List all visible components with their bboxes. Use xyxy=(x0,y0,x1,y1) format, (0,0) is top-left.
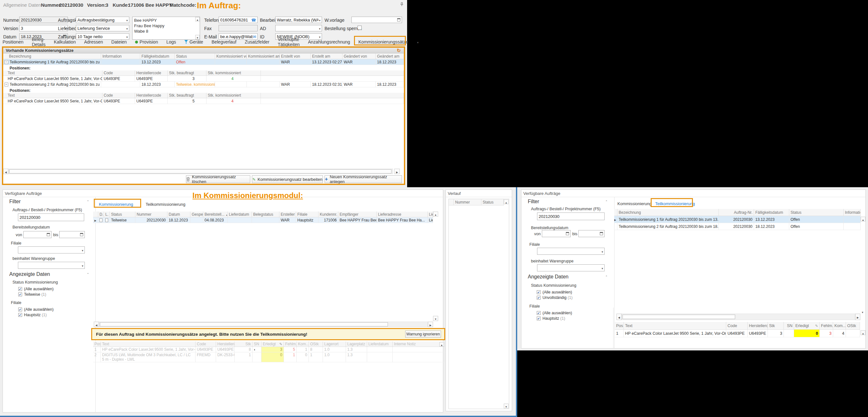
tab-adressen[interactable]: Adressen xyxy=(84,39,103,44)
col-stk[interactable]: Stk xyxy=(768,322,784,330)
l-checkbox[interactable] xyxy=(105,218,108,222)
edit-kommissionierungssatz-button[interactable]: Kommissionierungssatz bearbeiten xyxy=(252,175,323,183)
table-row-teilkommissionierung-2[interactable]: Teilkommissionierung 2 für Auftrag 20212… xyxy=(614,223,861,230)
col-herstellercode[interactable]: Herstellercode xyxy=(135,70,168,76)
col-status[interactable]: Status xyxy=(110,212,135,217)
hscroll-right[interactable] xyxy=(394,169,400,174)
bestellung-sperren-checkbox[interactable] xyxy=(358,26,362,30)
col-information[interactable]: Information xyxy=(101,54,140,59)
col-sn[interactable]: SN xyxy=(784,322,794,330)
col-ostk[interactable]: OStk xyxy=(846,322,860,330)
d-checkbox[interactable] xyxy=(99,218,102,222)
col-fehlmenge[interactable]: Fehlm... xyxy=(284,342,297,347)
refresh-icon[interactable] xyxy=(397,48,401,54)
col-empfaenger[interactable]: Empfänger xyxy=(338,212,377,217)
tab-kalkulation[interactable]: Kalkulation xyxy=(54,39,76,44)
col-datum[interactable]: Datum xyxy=(167,212,190,217)
col-erledigt[interactable]: Erledigt xyxy=(794,322,820,330)
col-kommissioniert-am[interactable]: Kommissioniert am xyxy=(247,54,280,59)
positions-scroll-up[interactable] xyxy=(861,330,865,335)
ordernumber-filter-input[interactable] xyxy=(537,213,604,220)
tab-teilkommissionierung[interactable]: Teilkommissionierung xyxy=(146,202,185,207)
col-interne-notiz[interactable]: Interne Notiz xyxy=(393,342,444,347)
verlauf-scroll-down[interactable] xyxy=(504,404,508,408)
col-lieferdatum[interactable]: Lieferdatum xyxy=(227,212,252,217)
filiale-alle-checkbox[interactable] xyxy=(18,308,22,311)
positions-scroll-up[interactable] xyxy=(439,342,444,347)
ordernumber-filter-input[interactable] xyxy=(18,214,84,221)
col-fehlmenge[interactable]: Fehlm... xyxy=(820,322,833,330)
tab-logs[interactable]: Logs xyxy=(166,39,176,44)
ad-select[interactable] xyxy=(275,25,322,31)
status-alle-checkbox[interactable] xyxy=(18,287,22,291)
vscroll-up[interactable] xyxy=(861,217,865,221)
col-status[interactable]: Status xyxy=(789,209,844,216)
telefon-input[interactable] xyxy=(219,17,258,23)
col-ersteller[interactable]: Ersteller xyxy=(279,212,296,217)
col-geaendert-am[interactable]: Geändert am xyxy=(376,54,404,59)
wvorlage-input[interactable] xyxy=(351,17,402,23)
hscroll-right[interactable] xyxy=(428,322,433,327)
col-status[interactable]: Status xyxy=(482,199,504,205)
delete-kommissionierungssatz-button[interactable]: Kommissionierungssatz löschen xyxy=(186,175,250,183)
col-stk[interactable]: Stk xyxy=(235,342,252,347)
table-row-teilkommissionierung-1[interactable]: Teilkommissionierung 1 für Auftrag 20212… xyxy=(614,216,861,223)
tab-beleg-details[interactable]: Beleg-Details xyxy=(32,37,45,47)
col-geaendert-von[interactable]: Geändert von xyxy=(342,54,376,59)
status-teilweise-checkbox[interactable] xyxy=(18,292,22,296)
collapse-chevron-icon[interactable]: ⌃ xyxy=(87,272,89,276)
tab-kommissionierung[interactable]: Kommissionierung xyxy=(99,202,133,207)
col-lagerort[interactable]: Lagerort xyxy=(323,342,346,347)
col-bereitstellung[interactable]: Bereitstell... xyxy=(203,212,227,217)
tab-positionen[interactable]: Positionen xyxy=(3,39,23,44)
col-text[interactable]: Text xyxy=(624,322,726,330)
col-stk-beauftragt[interactable]: Stk. beauftragt xyxy=(168,93,207,98)
table-row-position[interactable]: HP eCarePack Color LaserJet 9500 Serie, … xyxy=(3,98,404,104)
tab-belegverlauf[interactable]: Belegverlauf xyxy=(212,39,237,44)
col-status[interactable]: Status xyxy=(175,54,215,59)
col-kommissioniert-von[interactable]: Kommissioniert von xyxy=(215,54,247,59)
verlauf-scroll-up[interactable] xyxy=(504,199,508,204)
col-gesperrt[interactable]: Gespe... xyxy=(190,212,203,217)
lieferbed-select[interactable]: Lieferung Service xyxy=(76,25,129,31)
collapse-icon[interactable] xyxy=(4,60,8,64)
table-row-position-1[interactable]: 1 HP eCarePack Color LaserJet 9500 Serie… xyxy=(93,347,444,352)
collapse-chevron-icon[interactable]: ⌃ xyxy=(605,200,608,203)
col-information[interactable]: Information xyxy=(844,209,861,216)
tab-provision[interactable]: Provision xyxy=(135,39,158,44)
tab-dateien[interactable]: Dateien xyxy=(112,39,127,44)
customer-address-box[interactable]: Bee HAPPY Frau Bee Happy Wabe 8 xyxy=(132,17,200,40)
hscroll-left[interactable] xyxy=(3,169,8,174)
col-lagerplatz[interactable]: Lagerplatz xyxy=(346,342,367,347)
col-kommissioniert[interactable]: Kom... xyxy=(297,342,309,347)
pin-icon[interactable] xyxy=(400,2,404,8)
hscroll-right[interactable] xyxy=(855,314,860,320)
col-filiale[interactable]: Filiale xyxy=(296,212,318,217)
auftragsk-select[interactable]: Auftragsbestätigung xyxy=(76,17,129,23)
col-bezeichnung[interactable]: Bezeichnung xyxy=(3,54,101,59)
hscroll-thumb[interactable] xyxy=(622,315,735,319)
col-faelligkeitsdatum[interactable]: Fälligkeitsdatum xyxy=(140,54,175,59)
col-kundennr[interactable]: Kundennr. xyxy=(318,212,338,217)
ignore-warning-button[interactable]: Warnung ignorieren xyxy=(405,330,441,338)
col-nummer[interactable]: Nummer xyxy=(135,212,167,217)
tab-zusatzfelder[interactable]: Zusatzfelder xyxy=(245,39,270,44)
col-kommissioniert[interactable]: Kom... xyxy=(833,322,846,330)
tab-kommissionierungssaetze[interactable]: Kommissionierungssätze xyxy=(359,39,408,44)
col-code[interactable]: Code xyxy=(726,322,748,330)
fax-input[interactable] xyxy=(219,25,258,31)
date-from-input[interactable] xyxy=(23,231,52,238)
vscroll-down[interactable] xyxy=(433,316,438,321)
address-scroll-up[interactable] xyxy=(195,17,200,22)
col-nummer[interactable]: Nummer xyxy=(454,199,482,205)
filiale-hauptsitz-checkbox[interactable] xyxy=(537,317,540,320)
col-d[interactable]: D. xyxy=(98,212,104,217)
table-row-set-2[interactable]: Teilkommissionierung 2 für Auftrag 20212… xyxy=(3,82,404,87)
col-faelligkeitsdatum[interactable]: Fälligkeitsdatum xyxy=(754,209,789,216)
status-alle-checkbox[interactable] xyxy=(537,290,540,294)
status-unvollstaendig-checkbox[interactable] xyxy=(537,296,540,299)
column-filter-icon[interactable] xyxy=(861,309,864,315)
col-pos[interactable]: Pos xyxy=(93,342,101,347)
tab-teilkommissionierung[interactable]: Teilkommissionierung xyxy=(655,201,695,206)
warengruppe-filter-select[interactable] xyxy=(18,262,85,269)
